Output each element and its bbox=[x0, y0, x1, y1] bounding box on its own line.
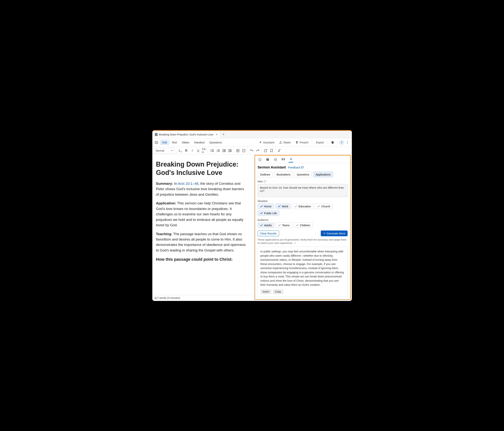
svg-rect-6 bbox=[212, 151, 214, 152]
font-size-button[interactable]: AA bbox=[179, 149, 182, 153]
clear-results-button[interactable]: Clear Results bbox=[258, 231, 279, 236]
copy-button[interactable]: Copy bbox=[273, 289, 283, 294]
share-label: Share bbox=[283, 141, 291, 144]
undo-button[interactable] bbox=[250, 149, 254, 153]
chip-label: Church bbox=[321, 205, 330, 208]
numbered-list-button[interactable]: 123 bbox=[216, 149, 220, 153]
redo-button[interactable] bbox=[256, 149, 260, 153]
mode-chips: Outlines Illustrations Questions Applica… bbox=[258, 172, 348, 177]
audience-chip-teens[interactable]: Teens bbox=[276, 223, 292, 228]
underline-button[interactable]: U bbox=[196, 149, 200, 153]
chip-label: Home bbox=[264, 205, 271, 208]
sparkle-icon bbox=[323, 232, 325, 235]
question-block-button[interactable]: ? bbox=[242, 149, 246, 153]
view-tab-edit[interactable]: Edit bbox=[160, 140, 169, 145]
svg-rect-17 bbox=[228, 149, 232, 150]
app-window: Breaking Down Prejudice: God's Inclusive… bbox=[152, 130, 352, 301]
bullet-list-button[interactable] bbox=[210, 149, 214, 153]
generate-more-label: Generate More bbox=[327, 232, 345, 235]
clear-format-button[interactable] bbox=[278, 149, 281, 153]
view-tab-handout[interactable]: Handout bbox=[192, 140, 207, 145]
insert-passage-button[interactable] bbox=[264, 149, 268, 153]
bold-button[interactable]: B bbox=[184, 149, 189, 153]
panel-tab-info[interactable] bbox=[258, 158, 262, 162]
document-editor[interactable]: Breaking Down Prejudice: God's Inclusive… bbox=[152, 155, 254, 301]
panel-tab-quotes[interactable] bbox=[281, 158, 285, 162]
panel-tab-history[interactable] bbox=[273, 158, 278, 162]
situation-chip-work[interactable]: Work bbox=[275, 204, 291, 209]
mode-illustrations[interactable]: Illustrations bbox=[274, 172, 293, 177]
more-menu[interactable] bbox=[345, 140, 350, 145]
panel-tab-strip bbox=[255, 155, 350, 163]
chip-label: Adults bbox=[264, 224, 272, 227]
idea-textarea[interactable]: Based on Acts 10, how should we treat ot… bbox=[258, 184, 348, 197]
situation-chip-education[interactable]: Education bbox=[292, 204, 313, 209]
chat-icon bbox=[301, 166, 304, 169]
svg-text:?: ? bbox=[243, 150, 244, 152]
mode-outlines[interactable]: Outlines bbox=[258, 172, 273, 177]
audience-chips: AdultsTeensChildren bbox=[258, 223, 348, 228]
podium-icon bbox=[295, 141, 298, 144]
panel-tab-library[interactable] bbox=[265, 158, 270, 162]
document-tab[interactable]: Breaking Down Prejudice: God's Inclusive… bbox=[152, 131, 220, 138]
scripture-link[interactable]: Acts 10:1–48 bbox=[178, 182, 198, 186]
mode-questions[interactable]: Questions bbox=[294, 172, 312, 177]
disclaimer-text: These applications are AI-generated. Ver… bbox=[258, 238, 347, 244]
assistant-button[interactable]: Assistant bbox=[257, 140, 276, 145]
idea-label: Idea bbox=[258, 180, 263, 183]
mode-applications[interactable]: Applications bbox=[313, 172, 333, 177]
generate-more-button[interactable]: Generate More bbox=[321, 231, 348, 236]
view-tab-text[interactable]: Text bbox=[170, 140, 179, 145]
kebab-icon bbox=[346, 141, 349, 144]
style-select-value: Normal bbox=[156, 149, 164, 152]
chip-label: Work bbox=[282, 205, 288, 208]
export-label: Export bbox=[316, 141, 324, 144]
view-tab-slides[interactable]: Slides bbox=[180, 140, 192, 145]
audience-chip-adults[interactable]: Adults bbox=[258, 223, 274, 228]
document-icon bbox=[155, 133, 158, 136]
chip-label: Education bbox=[298, 205, 311, 208]
situation-label: Situation bbox=[258, 200, 348, 203]
situation-chip-public-life[interactable]: Public Life bbox=[258, 210, 279, 216]
info-button[interactable]: i bbox=[339, 140, 344, 145]
preach-button[interactable]: Preach bbox=[293, 140, 310, 145]
word-count: 417 words (3 minutes) bbox=[154, 296, 180, 300]
chip-label: Children bbox=[300, 224, 310, 227]
panel-title: Sermon Assistant bbox=[258, 166, 286, 169]
share-button[interactable]: Share bbox=[277, 140, 293, 145]
bookmark-button[interactable] bbox=[270, 149, 274, 153]
summary-paragraph: Summary: In Acts 10:1–48, the story of C… bbox=[156, 181, 247, 197]
feedback-link[interactable]: Feedback bbox=[288, 166, 304, 169]
chip-label: Teens bbox=[282, 224, 289, 227]
situation-chip-home[interactable]: Home bbox=[258, 204, 274, 209]
paragraph-style-select[interactable]: Normal bbox=[154, 148, 174, 153]
situation-chips: HomeWorkEducationChurchPublic Life bbox=[258, 204, 348, 216]
italic-button[interactable]: I bbox=[190, 149, 194, 153]
teaching-paragraph: Teaching: The passage teaches us that Go… bbox=[156, 231, 247, 253]
fillin-button[interactable]: Fill-in bbox=[202, 149, 206, 153]
tab-title: Breaking Down Prejudice: God's Inclusive… bbox=[159, 133, 213, 136]
ai-disclaimer: These applications are AI-generated. Ver… bbox=[258, 238, 348, 245]
svg-text:3: 3 bbox=[216, 151, 217, 152]
svg-rect-2 bbox=[212, 150, 214, 150]
outdent-button[interactable] bbox=[222, 149, 226, 153]
new-tab-button[interactable]: + bbox=[220, 131, 227, 138]
svg-rect-24 bbox=[264, 150, 267, 152]
svg-point-30 bbox=[292, 158, 292, 159]
panel-tab-assistant[interactable] bbox=[289, 158, 293, 162]
help-icon[interactable]: ? bbox=[264, 180, 266, 183]
print-button[interactable] bbox=[330, 140, 335, 145]
situation-chip-church[interactable]: Church bbox=[315, 204, 333, 209]
indent-button[interactable] bbox=[228, 149, 232, 153]
svg-rect-15 bbox=[223, 151, 226, 151]
audience-chip-children[interactable]: Children bbox=[293, 223, 313, 228]
close-tab-icon[interactable]: × bbox=[216, 133, 217, 136]
sparkle-icon bbox=[259, 141, 262, 144]
text-block-button[interactable] bbox=[236, 149, 240, 153]
export-button[interactable]: Export bbox=[314, 140, 326, 145]
sparkle-small-icon: ✦ bbox=[294, 242, 296, 244]
menu-icon[interactable] bbox=[154, 140, 159, 145]
document-title: Breaking Down Prejudice: God's Inclusive… bbox=[156, 160, 247, 177]
view-tab-questions[interactable]: Questions bbox=[207, 140, 224, 145]
insert-button[interactable]: Insert bbox=[261, 289, 271, 294]
